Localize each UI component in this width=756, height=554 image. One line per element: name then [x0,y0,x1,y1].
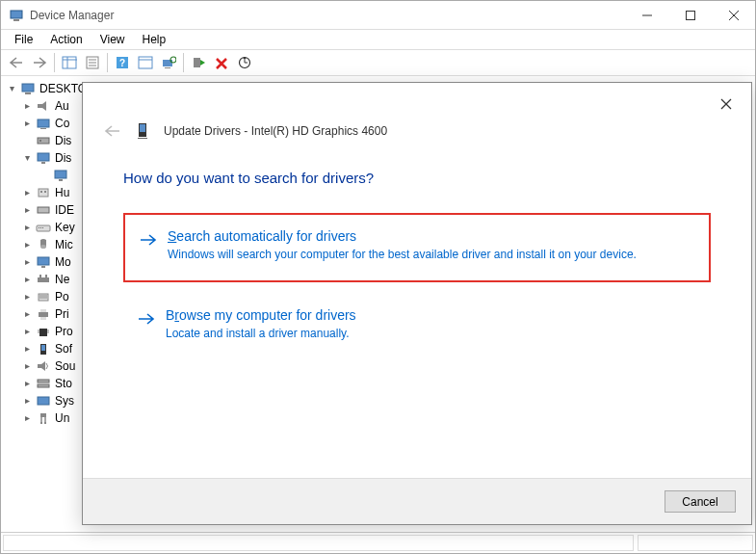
chevron-icon[interactable] [20,134,34,147]
update-drivers-dialog: Update Drivers - Intel(R) HD Graphics 46… [82,82,752,525]
action-button[interactable] [134,51,157,74]
menu-file[interactable]: File [7,31,40,48]
device-category-icon [36,289,51,304]
chevron-down-icon[interactable]: ▾ [5,82,18,95]
device-category-icon [36,272,51,287]
option-title: Browse my computer for drivers [166,307,697,323]
svg-rect-40 [42,227,43,228]
tree-item-label: Pri [55,305,69,323]
option-search-automatically[interactable]: Search automatically for drivers Windows… [123,213,711,282]
device-category-icon [36,254,51,270]
chevron-icon[interactable]: ▸ [20,99,34,113]
chevron-icon[interactable]: ▾ [20,151,34,165]
svg-rect-18 [165,67,170,68]
device-category-icon [36,220,51,235]
chevron-icon[interactable]: ▸ [20,411,34,425]
menu-view[interactable]: View [92,31,133,48]
toolbar-sep [183,53,184,72]
chevron-icon[interactable]: ▸ [20,203,34,217]
chevron-icon[interactable]: ▸ [20,221,34,234]
minimize-button[interactable] [625,1,668,29]
titlebar: Device Manager [1,1,755,30]
tree-item-label: Dis [55,149,71,167]
svg-rect-70 [140,124,145,132]
device-category-icon [36,185,51,200]
chevron-icon[interactable]: ▸ [20,238,34,251]
option-desc: Locate and install a driver manually. [166,326,697,342]
tree-item-label: Au [55,97,69,115]
svg-rect-62 [38,384,49,387]
tree-item-label: Mic [55,236,73,253]
update-driver-button[interactable] [233,51,256,74]
chevron-icon[interactable]: ▸ [20,290,34,303]
option-browse-computer[interactable]: Browse my computer for drivers Locate an… [123,294,711,359]
enable-device-button[interactable] [187,51,210,74]
uninstall-device-button[interactable] [210,51,233,74]
chevron-icon[interactable]: ▸ [20,307,34,321]
toolbar: ? [1,49,755,76]
option-title: Search automatically for drivers [168,228,695,244]
tree-item-label: Mo [55,253,71,271]
help-button[interactable]: ? [111,51,134,74]
svg-rect-44 [38,277,49,282]
tree-item-label: Sys [55,392,74,409]
svg-text:?: ? [119,58,125,68]
cancel-button[interactable]: Cancel [665,490,736,513]
svg-rect-38 [39,227,39,228]
svg-point-41 [40,245,46,249]
svg-rect-64 [40,413,46,417]
chevron-icon[interactable]: ▸ [20,377,34,390]
option-text: Browse my computer for drivers Locate an… [166,307,697,342]
chevron-icon[interactable]: ▸ [20,342,34,356]
svg-rect-65 [40,422,42,424]
tree-item-label: Po [55,288,69,305]
close-button[interactable] [712,1,755,29]
device-category-icon [36,116,51,131]
dialog-header: Update Drivers - Intel(R) HD Graphics 46… [83,83,751,143]
device-icon [135,122,152,140]
device-category-icon [36,376,51,391]
tree-item-label: Pro [55,323,73,340]
chevron-icon[interactable]: ▸ [20,186,34,199]
chevron-icon[interactable]: ▸ [20,273,34,286]
chevron-icon[interactable]: ▸ [20,394,34,408]
menu-help[interactable]: Help [135,31,174,48]
svg-rect-3 [686,11,694,19]
svg-rect-0 [11,11,22,18]
device-category-icon [36,358,51,374]
svg-rect-24 [38,104,42,108]
device-category-icon [36,133,51,148]
dialog-footer: Cancel [83,478,751,524]
svg-rect-32 [59,179,63,181]
svg-rect-23 [25,92,31,94]
chevron-icon[interactable]: ▸ [20,359,34,373]
show-hide-tree-button[interactable] [58,51,81,74]
chevron-icon[interactable]: ▸ [20,117,34,130]
properties-button[interactable] [81,51,104,74]
svg-rect-66 [44,422,46,424]
chevron-icon[interactable]: ▸ [20,325,34,338]
chevron-icon[interactable]: ▸ [20,255,34,269]
menu-action[interactable]: Action [42,31,90,48]
svg-rect-51 [40,309,46,312]
back-button[interactable] [5,51,28,74]
maximize-button[interactable] [668,1,712,29]
device-category-icon [36,237,51,252]
svg-rect-15 [139,57,152,68]
dialog-body: How do you want to search for drivers? S… [83,143,751,478]
window-title: Device Manager [30,9,625,22]
svg-rect-63 [38,397,49,405]
dialog-back-button[interactable] [100,119,123,143]
tree-item-label: Sof [55,340,72,357]
scan-hardware-button[interactable] [157,51,180,74]
window-controls [625,1,755,29]
dialog-close-button[interactable] [709,91,743,118]
svg-rect-39 [40,227,41,228]
svg-rect-6 [63,57,76,68]
svg-rect-22 [22,84,34,92]
app-icon [9,8,24,23]
forward-button[interactable] [28,51,51,74]
device-category-icon [36,410,51,426]
toolbar-sep [107,53,108,72]
svg-rect-42 [38,257,49,265]
